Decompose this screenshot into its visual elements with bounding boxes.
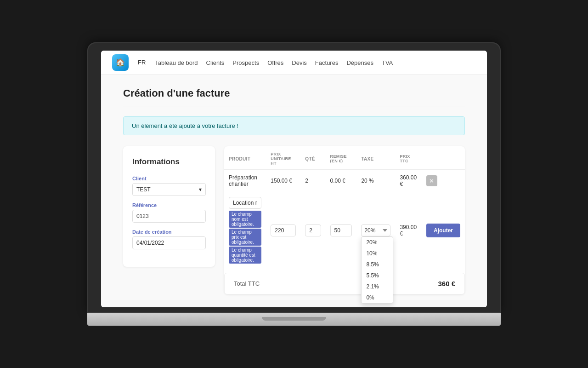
client-select[interactable]: TEST ▾ bbox=[132, 183, 206, 196]
table-panel: PRODUIT PRIX UNITAIRE HT QTÉ REMISE (EN … bbox=[224, 146, 465, 294]
app-content: Création d'une facture Un élément a été … bbox=[101, 75, 487, 307]
total-panel: Total TTC 360 € bbox=[224, 273, 465, 294]
dropdown-item-20[interactable]: 20% bbox=[362, 237, 393, 248]
reference-field-group: Référence 0123 bbox=[132, 202, 206, 223]
nav-item-devis[interactable]: Devis bbox=[292, 58, 307, 67]
client-field-group: Client TEST ▾ bbox=[132, 176, 206, 196]
col-header-taxe: TAXE bbox=[356, 146, 395, 170]
app-logo: 🏠 bbox=[112, 54, 129, 71]
title-divider bbox=[123, 107, 465, 107]
tax-dropdown-open: 20% 10% 8.5% 5.5% 2.1% 0% bbox=[361, 236, 393, 304]
add-row-button[interactable]: Ajouter bbox=[426, 224, 460, 237]
col-header-actions bbox=[422, 146, 465, 170]
col-header-prix-ttc: PRIX TTC bbox=[395, 146, 422, 170]
date-label: Date de création bbox=[132, 229, 206, 235]
row1-taxe: 20 % bbox=[356, 170, 395, 192]
nav-item-offres[interactable]: Offres bbox=[267, 58, 283, 67]
nav-item-dashboard[interactable]: Tableau de bord bbox=[155, 58, 198, 67]
row1-qte: 2 bbox=[300, 170, 325, 192]
date-input[interactable]: 04/01/2022 bbox=[132, 236, 206, 249]
client-value: TEST bbox=[136, 186, 151, 193]
table-new-row: Le champ nom est obligatoire. Le champ p… bbox=[224, 192, 465, 269]
laptop-notch bbox=[262, 317, 326, 321]
error-tag-0: Le champ nom est obligatoire. bbox=[229, 211, 261, 228]
delete-row1-button[interactable]: ✕ bbox=[426, 175, 437, 186]
row1-actions: ✕ bbox=[422, 170, 465, 192]
total-value: 360 € bbox=[438, 280, 455, 288]
col-header-qte: QTÉ bbox=[300, 146, 325, 170]
error-tag-1: Le champ prix est obligatoire. bbox=[229, 229, 261, 246]
new-qte-input[interactable] bbox=[305, 224, 321, 236]
table-header-row: PRODUIT PRIX UNITAIRE HT QTÉ REMISE (EN … bbox=[224, 146, 465, 170]
dropdown-item-2.1[interactable]: 2.1% bbox=[362, 281, 393, 292]
info-panel-title: Informations bbox=[132, 157, 206, 167]
new-remise-input[interactable] bbox=[330, 224, 352, 236]
date-field-group: Date de création 04/01/2022 bbox=[132, 229, 206, 249]
nav-item-tva[interactable]: TVA bbox=[382, 58, 393, 67]
logo-icon: 🏠 bbox=[116, 58, 125, 67]
new-row-prix-cell bbox=[266, 192, 300, 269]
new-prix-input[interactable] bbox=[271, 224, 296, 236]
reference-label: Référence bbox=[132, 202, 206, 208]
col-header-remise: REMISE (EN €) bbox=[326, 146, 357, 170]
table-row: Préparation chantier 150.00 € 2 0.00 € 2… bbox=[224, 170, 465, 192]
col-header-produit: PRODUIT bbox=[224, 146, 266, 170]
info-panel: Informations Client TEST ▾ Référence 012… bbox=[123, 146, 215, 267]
row1-prix-ttc: 360.00 € bbox=[395, 170, 422, 192]
laptop-screen: 🏠 FR Tableau de bord Clients Prospects O… bbox=[101, 51, 487, 307]
page-title: Création d'une facture bbox=[123, 87, 465, 99]
new-row-taxe-cell: 20% 10% 8.5% 5.5% 2.1% 0% bbox=[356, 192, 395, 269]
row1-prix-unitaire: 150.00 € bbox=[266, 170, 300, 192]
alert-banner: Un élément a été ajouté à votre facture … bbox=[123, 116, 465, 135]
nav-item-prospects[interactable]: Prospects bbox=[232, 58, 259, 67]
total-label: Total TTC bbox=[234, 280, 260, 287]
client-label: Client bbox=[132, 176, 206, 181]
dropdown-item-8.5[interactable]: 8.5% bbox=[362, 259, 393, 270]
col-header-prix-unitaire: PRIX UNITAIRE HT bbox=[266, 146, 300, 170]
main-area: Informations Client TEST ▾ Référence 012… bbox=[123, 146, 465, 294]
screen-bezel: 🏠 FR Tableau de bord Clients Prospects O… bbox=[87, 42, 501, 313]
nav-item-clients[interactable]: Clients bbox=[206, 58, 225, 67]
language-selector[interactable]: FR bbox=[138, 59, 146, 66]
chevron-down-icon: ▾ bbox=[199, 186, 202, 193]
nav-item-factures[interactable]: Factures bbox=[315, 58, 339, 67]
nav-menu: Tableau de bord Clients Prospects Offres… bbox=[155, 58, 393, 67]
tax-dropdown-wrapper: 20% 10% 8.5% 5.5% 2.1% 0% bbox=[361, 224, 390, 236]
laptop-container: 🏠 FR Tableau de bord Clients Prospects O… bbox=[87, 42, 501, 326]
new-produit-input[interactable] bbox=[229, 197, 261, 209]
error-tags-container: Le champ nom est obligatoire. Le champ p… bbox=[229, 211, 261, 264]
laptop-base bbox=[87, 313, 501, 326]
dropdown-item-0[interactable]: 0% bbox=[362, 292, 393, 303]
new-row-qte-cell bbox=[300, 192, 325, 269]
product-table: PRODUIT PRIX UNITAIRE HT QTÉ REMISE (EN … bbox=[224, 146, 465, 268]
tax-select[interactable]: 20% 10% 8.5% 5.5% 2.1% 0% bbox=[361, 224, 390, 236]
new-row-add-cell: Ajouter bbox=[422, 192, 465, 269]
error-tag-2: Le champ quantité est obligatoire. bbox=[229, 247, 261, 264]
new-row-prix-ttc-cell: 390.00 € bbox=[395, 192, 422, 269]
nav-item-depenses[interactable]: Dépenses bbox=[346, 58, 373, 67]
main-nav: 🏠 FR Tableau de bord Clients Prospects O… bbox=[101, 51, 487, 75]
reference-input[interactable]: 0123 bbox=[132, 210, 206, 223]
row1-produit: Préparation chantier bbox=[224, 170, 266, 192]
dropdown-item-10[interactable]: 10% bbox=[362, 248, 393, 259]
new-row-remise-cell bbox=[326, 192, 357, 269]
new-row-produit-cell: Le champ nom est obligatoire. Le champ p… bbox=[224, 192, 266, 269]
row1-remise: 0.00 € bbox=[326, 170, 357, 192]
dropdown-item-5.5[interactable]: 5.5% bbox=[362, 270, 393, 281]
